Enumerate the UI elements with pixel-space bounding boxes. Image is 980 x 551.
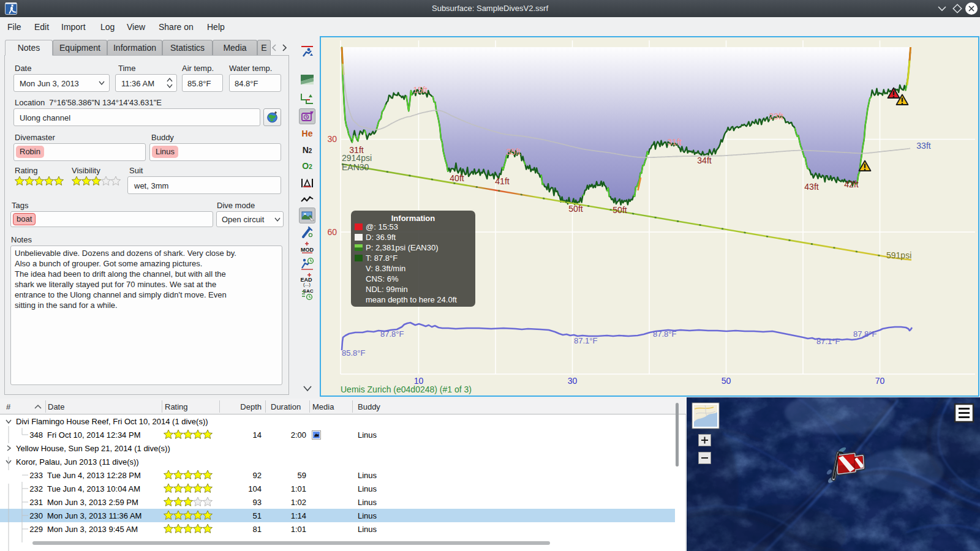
svg-text:41ft: 41ft bbox=[495, 176, 509, 186]
svg-text:87.8°F: 87.8°F bbox=[853, 329, 877, 339]
svg-text:33ft: 33ft bbox=[916, 141, 930, 151]
svg-text:50: 50 bbox=[722, 376, 731, 386]
svg-text:591psi: 591psi bbox=[886, 250, 911, 260]
svg-text:31ft: 31ft bbox=[667, 137, 681, 147]
svg-text:70: 70 bbox=[875, 376, 885, 386]
svg-text:87.1°F: 87.1°F bbox=[816, 337, 840, 346]
svg-text:85.8°F: 85.8°F bbox=[342, 348, 366, 358]
svg-text:50ft: 50ft bbox=[612, 205, 627, 215]
svg-text:87.8°F: 87.8°F bbox=[653, 329, 677, 339]
svg-text:15ft: 15ft bbox=[413, 85, 427, 95]
svg-text:35ft: 35ft bbox=[506, 147, 520, 157]
svg-text:50ft: 50ft bbox=[568, 204, 582, 214]
svg-text:Uemis Zurich (e04d0248) (#1 of: Uemis Zurich (e04d0248) (#1 of 3) bbox=[341, 384, 472, 394]
svg-text:87.1°F: 87.1°F bbox=[574, 336, 598, 345]
svg-text:42ft: 42ft bbox=[844, 179, 858, 189]
svg-text:60: 60 bbox=[327, 227, 337, 237]
svg-text:43ft: 43ft bbox=[804, 182, 818, 192]
svg-text:30: 30 bbox=[568, 376, 578, 386]
svg-text:87.8°F: 87.8°F bbox=[380, 329, 404, 339]
svg-text:MOD: MOD bbox=[301, 247, 314, 253]
svg-text:34ft: 34ft bbox=[697, 156, 711, 165]
svg-text:23ft: 23ft bbox=[769, 111, 783, 121]
svg-text:40ft: 40ft bbox=[450, 173, 464, 183]
svg-text:30: 30 bbox=[327, 134, 337, 144]
svg-text:EAN30: EAN30 bbox=[342, 162, 369, 172]
svg-text:2914psi: 2914psi bbox=[342, 153, 372, 163]
